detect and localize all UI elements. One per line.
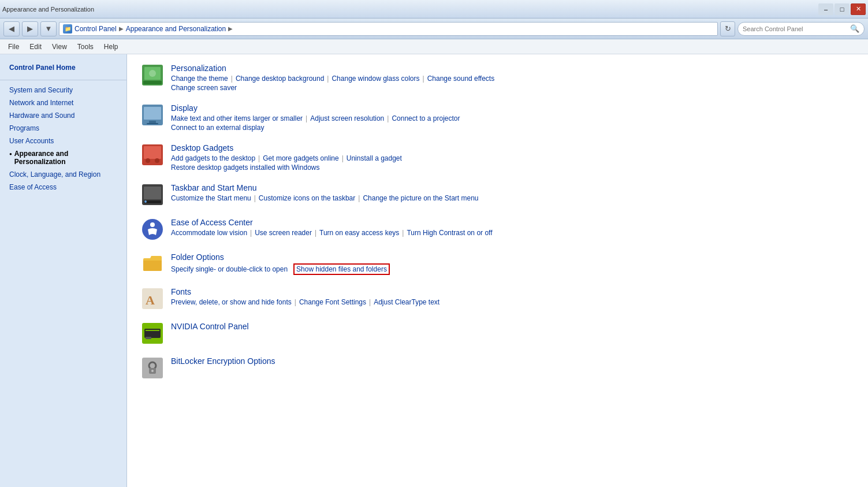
cat-link-external-display[interactable]: Connect to an external display — [171, 124, 264, 132]
search-icon[interactable]: 🔍 — [850, 24, 859, 33]
cat-link-screen-reader[interactable]: Use screen reader — [255, 229, 312, 237]
menu-file[interactable]: File — [3, 42, 24, 52]
cat-link-preview-fonts[interactable]: Preview, delete, or show and hide fonts — [171, 298, 292, 306]
cat-link-screen-saver[interactable]: Change screen saver — [171, 84, 237, 92]
gadgets-title[interactable]: Desktop Gadgets — [171, 143, 854, 153]
cat-link-font-settings[interactable]: Change Font Settings — [299, 298, 366, 306]
refresh-button[interactable]: ↻ — [720, 21, 735, 36]
cat-link-uninstall-gadget[interactable]: Uninstall a gadget — [347, 154, 402, 162]
ease-of-access-links: Accommodate low vision | Use screen read… — [171, 229, 854, 237]
sidebar-item-system-security[interactable]: System and Security — [0, 84, 126, 96]
sidebar-item-user-accounts[interactable]: User Accounts — [0, 135, 126, 147]
fonts-links: Preview, delete, or show and hide fonts … — [171, 298, 854, 306]
folder-options-icon — [141, 252, 164, 276]
cat-link-start-menu[interactable]: Customize the Start menu — [171, 194, 251, 202]
minimize-button[interactable]: – — [818, 3, 833, 15]
path-segment-2[interactable]: Appearance and Personalization — [126, 25, 226, 33]
category-bitlocker: BitLocker Encryption Options — [141, 356, 854, 380]
svg-rect-2 — [143, 81, 162, 84]
display-title[interactable]: Display — [171, 103, 854, 113]
folder-options-title[interactable]: Folder Options — [171, 252, 854, 262]
close-button[interactable]: ✕ — [851, 3, 866, 15]
cat-link-low-vision[interactable]: Accommodate low vision — [171, 229, 247, 237]
category-personalization: Personalization Change the theme | Chang… — [141, 64, 854, 92]
cat-link-cleartype[interactable]: Adjust ClearType text — [374, 298, 439, 306]
path-icon: 📁 — [63, 24, 72, 34]
cat-link-easy-access-keys[interactable]: Turn on easy access keys — [319, 229, 399, 237]
sidebar-item-programs[interactable]: Programs — [0, 122, 126, 135]
cat-link-projector[interactable]: Connect to a projector — [392, 114, 460, 122]
menu-edit[interactable]: Edit — [25, 42, 46, 52]
menu-tools[interactable]: Tools — [73, 42, 98, 52]
cat-link-sound-effects[interactable]: Change sound effects — [427, 75, 495, 83]
sidebar-item-ease-of-access[interactable]: Ease of Access — [0, 181, 126, 194]
dropdown-button[interactable]: ▼ — [40, 21, 57, 36]
category-gadgets: Desktop Gadgets Add gadgets to the deskt… — [141, 143, 854, 172]
personalization-links: Change the theme | Change desktop backgr… — [171, 75, 854, 83]
cat-link-add-gadgets[interactable]: Add gadgets to the desktop — [171, 154, 255, 162]
cat-link-desktop-bg[interactable]: Change desktop background — [236, 75, 324, 83]
cat-link-window-glass[interactable]: Change window glass colors — [331, 75, 419, 83]
search-input[interactable] — [743, 25, 848, 32]
category-fonts: A Fonts Preview, delete, or show and hid… — [141, 287, 854, 310]
svg-text:A: A — [146, 293, 155, 307]
svg-point-3 — [149, 70, 156, 77]
category-taskbar: Taskbar and Start Menu Customize the Sta… — [141, 183, 854, 206]
nvidia-icon — [141, 322, 164, 345]
cat-link-change-theme[interactable]: Change the theme — [171, 75, 228, 83]
cat-link-single-double-click[interactable]: Specify single- or double-click to open — [171, 265, 288, 273]
search-box[interactable]: 🔍 — [737, 22, 865, 36]
menu-view[interactable]: View — [47, 42, 72, 52]
gadgets-content: Desktop Gadgets Add gadgets to the deskt… — [171, 143, 854, 172]
bitlocker-content: BitLocker Encryption Options — [171, 356, 854, 367]
cat-link-high-contrast[interactable]: Turn High Contrast on or off — [407, 229, 492, 237]
cat-link-start-picture[interactable]: Change the picture on the Start menu — [363, 194, 478, 202]
sidebar: Control Panel Home System and Security N… — [0, 54, 127, 487]
taskbar-title[interactable]: Taskbar and Start Menu — [171, 183, 854, 192]
sidebar-item-clock-language[interactable]: Clock, Language, and Region — [0, 168, 126, 181]
path-arrow-2: ▶ — [228, 25, 233, 32]
ease-of-access-title[interactable]: Ease of Access Center — [171, 218, 854, 227]
svg-rect-9 — [144, 146, 161, 159]
path-segment-1[interactable]: Control Panel — [74, 25, 117, 33]
forward-button[interactable]: ▶ — [22, 21, 38, 36]
cat-link-more-gadgets[interactable]: Get more gadgets online — [263, 154, 338, 162]
cat-link-text-size[interactable]: Make text and other items larger or smal… — [171, 114, 303, 122]
sidebar-item-appearance[interactable]: ● Appearance and Personalization — [0, 147, 126, 168]
fonts-content: Fonts Preview, delete, or show and hide … — [171, 287, 854, 306]
nvidia-title[interactable]: NVIDIA Control Panel — [171, 322, 854, 331]
svg-point-11 — [155, 158, 159, 163]
sidebar-divider-1 — [0, 80, 126, 80]
svg-rect-22 — [146, 337, 151, 339]
cat-link-taskbar-icons[interactable]: Customize icons on the taskbar — [259, 194, 355, 202]
personalization-icon — [141, 64, 164, 87]
cat-link-show-hidden-files[interactable]: Show hidden files and folders — [293, 263, 390, 275]
cat-link-screen-resolution[interactable]: Adjust screen resolution — [310, 114, 384, 122]
ease-of-access-icon — [141, 218, 164, 241]
menu-bar: File Edit View Tools Help — [0, 39, 868, 54]
address-path[interactable]: 📁 Control Panel ▶ Appearance and Persona… — [59, 22, 718, 36]
sidebar-home[interactable]: Control Panel Home — [0, 61, 126, 76]
personalization-links2: Change screen saver — [171, 84, 854, 92]
fonts-title[interactable]: Fonts — [171, 287, 854, 296]
folder-options-links: Specify single- or double-click to open … — [171, 263, 854, 275]
cat-link-restore-gadgets[interactable]: Restore desktop gadgets installed with W… — [171, 163, 319, 172]
maximize-button[interactable]: □ — [835, 3, 850, 15]
back-button[interactable]: ◀ — [3, 21, 20, 36]
sidebar-item-network-internet[interactable]: Network and Internet — [0, 96, 126, 109]
bitlocker-title[interactable]: BitLocker Encryption Options — [171, 356, 854, 366]
fonts-icon: A — [141, 287, 164, 310]
personalization-title[interactable]: Personalization — [171, 64, 854, 73]
ease-of-access-content: Ease of Access Center Accommodate low vi… — [171, 218, 854, 237]
active-bullet: ● — [9, 151, 12, 157]
svg-rect-5 — [144, 107, 161, 120]
menu-help[interactable]: Help — [99, 42, 123, 52]
window-title: Appearance and Personalization — [2, 6, 94, 13]
main-layout: Control Panel Home System and Security N… — [0, 54, 868, 487]
svg-point-15 — [144, 200, 147, 203]
sidebar-item-hardware-sound[interactable]: Hardware and Sound — [0, 109, 126, 122]
category-folder-options: Folder Options Specify single- or double… — [141, 252, 854, 276]
svg-rect-7 — [147, 123, 158, 124]
svg-point-27 — [151, 370, 154, 372]
address-bar: ◀ ▶ ▼ 📁 Control Panel ▶ Appearance and P… — [0, 18, 868, 39]
